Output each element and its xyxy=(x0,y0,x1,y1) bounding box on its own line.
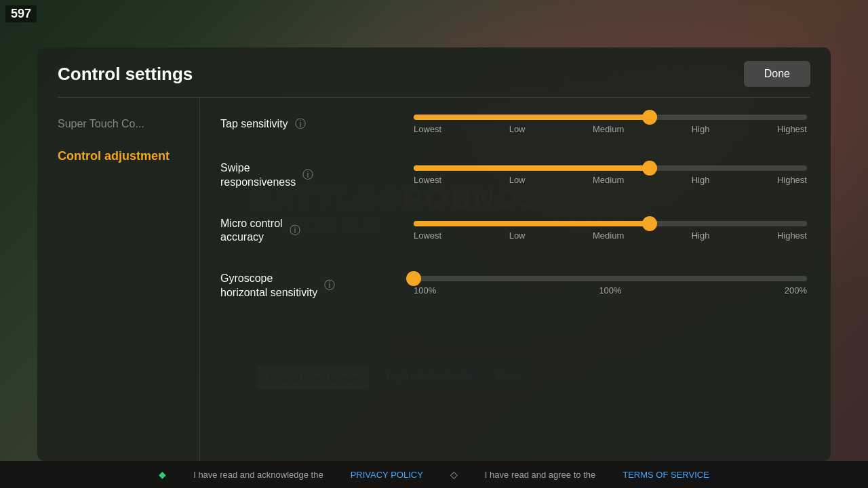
micro-label-medium: Medium xyxy=(593,230,624,241)
terms-of-service-link[interactable]: TERMS OF SERVICE xyxy=(623,470,709,480)
diamond-outline-icon: ◇ xyxy=(450,469,458,480)
privacy-text: I have read and acknowledge the xyxy=(193,470,323,480)
gyro-label-100-mid: 100% xyxy=(599,285,621,296)
score-badge: 597 xyxy=(5,5,37,22)
tap-sensitivity-labels: Lowest Low Medium High Highest xyxy=(410,124,810,134)
swipe-responsiveness-thumb[interactable] xyxy=(642,161,657,176)
swipe-responsiveness-label-group: Swiperesponsiveness ⓘ xyxy=(220,161,410,190)
gyroscope-h-slider-container: 100% 100% 200% xyxy=(410,276,810,296)
tap-sensitivity-help-icon[interactable]: ⓘ xyxy=(295,117,306,131)
settings-content: Tap sensitivity ⓘ Lowest Low Medium High… xyxy=(200,98,831,461)
label-highest: Highest xyxy=(777,124,807,134)
done-button[interactable]: Done xyxy=(744,61,810,87)
gyroscope-h-name: Gyroscopehorizontal sensitivity xyxy=(220,272,317,300)
sidebar-label-control-adjustment: Control adjustment xyxy=(58,149,170,163)
gyroscope-h-labels: 100% 100% 200% xyxy=(410,285,810,296)
swipe-responsiveness-slider-container: Lowest Low Medium High Highest xyxy=(410,165,810,185)
sidebar-item-super-touch[interactable]: Super Touch Co... xyxy=(47,111,189,137)
swipe-label-highest: Highest xyxy=(777,175,807,185)
micro-control-track[interactable] xyxy=(414,221,807,226)
swipe-responsiveness-labels: Lowest Low Medium High Highest xyxy=(410,175,810,185)
modal-title: Control settings xyxy=(58,64,193,85)
label-medium: Medium xyxy=(593,124,624,134)
modal-header: Control settings Done xyxy=(37,47,831,97)
swipe-label-high: High xyxy=(692,175,710,185)
privacy-policy-link[interactable]: PRIVACY POLICY xyxy=(351,470,423,480)
modal-body: Super Touch Co... Control adjustment Tap… xyxy=(37,98,831,461)
swipe-responsiveness-row: Swiperesponsiveness ⓘ Lowest Low Medium … xyxy=(220,155,810,197)
micro-label-low: Low xyxy=(509,230,526,241)
micro-control-row: Micro controlaccuracy ⓘ Lowest Low Mediu… xyxy=(220,210,810,252)
micro-control-label-group: Micro controlaccuracy ⓘ xyxy=(220,217,410,245)
micro-control-labels: Lowest Low Medium High Highest xyxy=(410,230,810,241)
tap-sensitivity-slider-container: Lowest Low Medium High Highest xyxy=(410,115,810,134)
micro-control-slider-container: Lowest Low Medium High Highest xyxy=(410,221,810,241)
score-value: 597 xyxy=(11,7,31,20)
gyroscope-h-help-icon[interactable]: ⓘ xyxy=(324,279,335,293)
micro-control-fill xyxy=(414,221,650,226)
tap-sensitivity-thumb[interactable] xyxy=(642,110,657,125)
swipe-label-low: Low xyxy=(509,175,526,185)
micro-label-lowest: Lowest xyxy=(414,230,441,241)
micro-label-high: High xyxy=(692,230,710,241)
micro-label-highest: Highest xyxy=(777,230,807,241)
micro-control-name: Micro controlaccuracy xyxy=(220,217,283,245)
tap-sensitivity-row: Tap sensitivity ⓘ Lowest Low Medium High… xyxy=(220,108,810,141)
label-low: Low xyxy=(509,124,526,134)
swipe-responsiveness-name: Swiperesponsiveness xyxy=(220,161,296,190)
control-settings-modal: Control settings Done Super Touch Co... … xyxy=(37,47,831,461)
swipe-label-lowest: Lowest xyxy=(414,175,441,185)
gyroscope-h-track[interactable] xyxy=(414,276,807,281)
tap-sensitivity-label-group: Tap sensitivity ⓘ xyxy=(220,117,410,131)
micro-control-thumb[interactable] xyxy=(642,216,657,231)
label-high: High xyxy=(692,124,710,134)
tap-sensitivity-track[interactable] xyxy=(414,115,807,120)
gyroscope-h-label-group: Gyroscopehorizontal sensitivity ⓘ xyxy=(220,272,410,300)
sidebar-label-super-touch: Super Touch Co... xyxy=(58,118,144,129)
gyro-label-100-left: 100% xyxy=(414,285,436,296)
terms-text: I have read and agree to the xyxy=(485,470,595,480)
swipe-responsiveness-help-icon[interactable]: ⓘ xyxy=(302,168,313,182)
diamond-green-icon: ◆ xyxy=(159,469,166,480)
swipe-responsiveness-fill xyxy=(414,165,650,171)
swipe-responsiveness-track[interactable] xyxy=(414,165,807,171)
sidebar-item-control-adjustment[interactable]: Control adjustment xyxy=(47,142,189,170)
swipe-label-medium: Medium xyxy=(593,175,624,185)
bottom-bar: ◆ I have read and acknowledge the PRIVAC… xyxy=(0,461,868,488)
gyroscope-h-thumb[interactable] xyxy=(406,271,421,286)
tap-sensitivity-fill xyxy=(414,115,650,120)
label-lowest: Lowest xyxy=(414,124,441,134)
gyroscope-h-row: Gyroscopehorizontal sensitivity ⓘ 100% 1… xyxy=(220,265,810,307)
gyro-label-200: 200% xyxy=(785,285,807,296)
tap-sensitivity-name: Tap sensitivity xyxy=(220,117,288,131)
micro-control-help-icon[interactable]: ⓘ xyxy=(290,224,300,238)
sidebar: Super Touch Co... Control adjustment xyxy=(37,98,200,461)
